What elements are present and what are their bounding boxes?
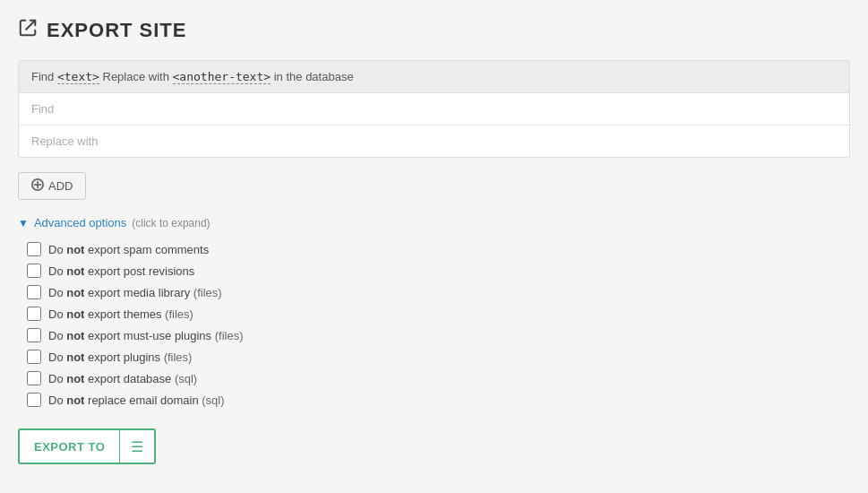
replace-input-row [19, 125, 849, 157]
checkbox-must-use-plugins[interactable] [27, 328, 41, 342]
add-button[interactable]: ADD [18, 172, 86, 200]
list-item: Do not replace email domain (sql) [27, 393, 850, 407]
checkbox-label-themes: Do not export themes (files) [48, 307, 193, 321]
advanced-options-toggle[interactable]: ▼ Advanced options (click to expand) [18, 216, 850, 229]
checkbox-email-domain[interactable] [27, 393, 41, 407]
page-header: EXPORT SITE [18, 18, 850, 42]
find-input[interactable] [19, 93, 849, 125]
checkbox-label-must-use-plugins: Do not export must-use plugins (files) [48, 329, 243, 342]
find-replace-section: Find <text> Replace with <another-text> … [18, 60, 850, 158]
add-button-label: ADD [48, 179, 73, 193]
advanced-options-label: Advanced options [34, 216, 126, 229]
replace-placeholder-text: <another-text> [173, 70, 271, 84]
hamburger-menu-icon: ☰ [131, 438, 143, 455]
checkbox-label-email: Do not replace email domain (sql) [48, 394, 225, 407]
find-replace-description: Find <text> Replace with <another-text> … [31, 70, 354, 84]
plus-icon [31, 178, 44, 194]
find-replace-header: Find <text> Replace with <another-text> … [19, 61, 849, 93]
checkbox-label-revisions: Do not export post revisions [48, 264, 194, 278]
svg-line-0 [26, 21, 35, 30]
find-placeholder-text: <text> [57, 70, 99, 84]
list-item: Do not export spam comments [27, 242, 850, 256]
list-item: Do not export must-use plugins (files) [27, 328, 850, 342]
export-to-button[interactable]: EXPORT TO ☰ [18, 428, 156, 464]
export-icon [18, 18, 38, 42]
find-input-row [19, 93, 849, 125]
checkbox-list: Do not export spam comments Do not expor… [27, 242, 850, 407]
page-container: EXPORT SITE Find <text> Replace with <an… [0, 0, 868, 493]
checkbox-label-database: Do not export database (sql) [48, 372, 197, 385]
export-to-label: EXPORT TO [20, 433, 119, 461]
advanced-options-hint: (click to expand) [132, 217, 210, 229]
checkbox-plugins[interactable] [27, 350, 41, 364]
list-item: Do not export post revisions [27, 264, 850, 278]
replace-input[interactable] [19, 125, 849, 157]
find-replace-inputs [19, 93, 849, 157]
checkbox-label-plugins: Do not export plugins (files) [48, 350, 192, 364]
list-item: Do not export themes (files) [27, 307, 850, 321]
chevron-down-icon: ▼ [18, 217, 29, 229]
list-item: Do not export media library (files) [27, 285, 850, 299]
page-title: EXPORT SITE [47, 19, 186, 42]
checkbox-label-spam: Do not export spam comments [48, 243, 209, 256]
list-item: Do not export database (sql) [27, 371, 850, 385]
checkbox-spam-comments[interactable] [27, 242, 41, 256]
checkbox-label-media: Do not export media library (files) [48, 286, 222, 299]
checkbox-database[interactable] [27, 371, 41, 385]
checkbox-themes[interactable] [27, 307, 41, 321]
export-to-menu-icon-wrapper[interactable]: ☰ [120, 431, 154, 463]
checkbox-post-revisions[interactable] [27, 264, 41, 278]
checkbox-media-library[interactable] [27, 285, 41, 299]
list-item: Do not export plugins (files) [27, 350, 850, 364]
